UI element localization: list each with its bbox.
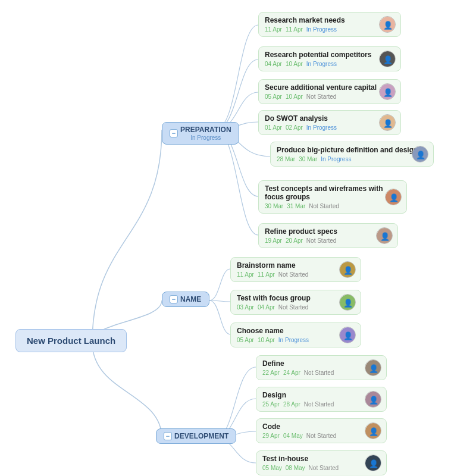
avatar: 👤 bbox=[365, 455, 381, 471]
task-status: In Progress bbox=[306, 26, 337, 33]
task-title: Code bbox=[262, 422, 380, 431]
task-end: 24 Apr bbox=[283, 369, 300, 376]
task-code[interactable]: Code 29 Apr 04 May Not Started 👤 bbox=[256, 418, 387, 443]
task-design[interactable]: Design 25 Apr 28 Apr Not Started 👤 bbox=[256, 387, 387, 412]
task-start: 05 May bbox=[262, 465, 282, 471]
task-title: Secure additional venture capital bbox=[265, 83, 394, 92]
task-title: Brainstorm name bbox=[237, 261, 355, 270]
task-end: 02 Apr bbox=[286, 124, 303, 131]
task-define[interactable]: Define 22 Apr 24 Apr Not Started 👤 bbox=[256, 355, 387, 380]
task-end: 28 Apr bbox=[283, 401, 300, 408]
task-title: Research market needs bbox=[265, 16, 394, 24]
task-status: In Progress bbox=[278, 337, 309, 343]
task-status: Not Started bbox=[278, 271, 309, 278]
task-end: 11 Apr bbox=[286, 26, 303, 33]
task-meta: 05 Apr 10 Apr In Progress bbox=[237, 337, 355, 343]
branch-name[interactable]: − NAME bbox=[162, 292, 209, 307]
task-swot[interactable]: Do SWOT analysis 01 Apr 02 Apr In Progre… bbox=[258, 110, 401, 135]
task-status: Not Started bbox=[309, 465, 339, 471]
avatar: 👤 bbox=[365, 422, 381, 439]
task-title: Define bbox=[262, 359, 380, 368]
task-start: 11 Apr bbox=[265, 26, 282, 33]
task-start: 28 Mar bbox=[277, 156, 295, 162]
task-refine-specs[interactable]: Refine product specs 19 Apr 20 Apr Not S… bbox=[258, 223, 398, 248]
task-meta: 29 Apr 04 May Not Started bbox=[262, 433, 380, 439]
task-status: Not Started bbox=[306, 237, 337, 244]
task-status: Not Started bbox=[278, 304, 309, 311]
task-meta: 04 Apr 10 Apr In Progress bbox=[265, 61, 394, 67]
task-meta: 28 Mar 30 Mar In Progress bbox=[277, 156, 427, 162]
task-start: 03 Apr bbox=[237, 304, 254, 311]
avatar: 👤 bbox=[412, 146, 428, 162]
task-meta: 01 Apr 02 Apr In Progress bbox=[265, 124, 394, 131]
task-title: Research potential competitors bbox=[265, 51, 394, 59]
task-meta: 05 May 08 May Not Started bbox=[262, 465, 380, 471]
branch-preparation-status: In Progress bbox=[180, 134, 231, 141]
task-meta: 11 Apr 11 Apr Not Started bbox=[237, 271, 355, 278]
avatar: 👤 bbox=[339, 294, 356, 311]
task-meta: 22 Apr 24 Apr Not Started bbox=[262, 369, 380, 376]
task-title: Choose name bbox=[237, 327, 355, 335]
task-status: Not Started bbox=[309, 203, 339, 209]
task-end: 10 Apr bbox=[286, 93, 303, 100]
task-research-competitors[interactable]: Research potential competitors 04 Apr 10… bbox=[258, 46, 401, 71]
mindmap-canvas: New Product Launch − PREPARATION In Prog… bbox=[0, 0, 476, 476]
task-status: Not Started bbox=[304, 369, 334, 376]
task-end: 20 Apr bbox=[286, 237, 303, 244]
task-start: 19 Apr bbox=[265, 237, 282, 244]
collapse-development[interactable]: − bbox=[164, 432, 172, 440]
task-wireframes[interactable]: Test concepts and wireframes with focus … bbox=[258, 180, 407, 214]
task-big-picture[interactable]: Produce big-picture definition and desig… bbox=[270, 142, 434, 167]
branch-preparation[interactable]: − PREPARATION In Progress bbox=[162, 122, 239, 145]
task-meta: 05 Apr 10 Apr Not Started bbox=[265, 93, 394, 100]
collapse-preparation[interactable]: − bbox=[170, 129, 178, 137]
task-status: In Progress bbox=[306, 61, 337, 67]
task-start: 29 Apr bbox=[262, 433, 280, 439]
task-research-market[interactable]: Research market needs 11 Apr 11 Apr In P… bbox=[258, 12, 401, 37]
avatar: 👤 bbox=[365, 359, 381, 376]
task-status: In Progress bbox=[306, 124, 337, 131]
branch-development-label: DEVELOPMENT bbox=[174, 432, 228, 440]
task-start: 05 Apr bbox=[237, 337, 254, 343]
task-end: 10 Apr bbox=[258, 337, 275, 343]
branch-name-label: NAME bbox=[180, 295, 201, 303]
task-end: 30 Mar bbox=[299, 156, 317, 162]
avatar: 👤 bbox=[379, 51, 396, 67]
task-start: 04 Apr bbox=[265, 61, 282, 67]
task-end: 10 Apr bbox=[286, 61, 303, 67]
avatar: 👤 bbox=[379, 16, 396, 33]
task-test-inhouse[interactable]: Test in-house 05 May 08 May Not Started … bbox=[256, 450, 387, 475]
task-choose-name[interactable]: Choose name 05 Apr 10 Apr In Progress 👤 bbox=[230, 322, 361, 347]
branch-development[interactable]: − DEVELOPMENT bbox=[156, 428, 236, 444]
task-meta: 19 Apr 20 Apr Not Started bbox=[265, 237, 392, 244]
task-start: 25 Apr bbox=[262, 401, 280, 408]
task-meta: 03 Apr 04 Apr Not Started bbox=[237, 304, 355, 311]
task-end: 04 May bbox=[283, 433, 303, 439]
connector-lines bbox=[0, 0, 476, 476]
branch-preparation-label: PREPARATION bbox=[180, 126, 231, 134]
task-title: Test concepts and wireframes with focus … bbox=[265, 184, 400, 201]
task-start: 30 Mar bbox=[265, 203, 283, 209]
avatar: 👤 bbox=[379, 114, 396, 131]
task-meta: 25 Apr 28 Apr Not Started bbox=[262, 401, 380, 408]
task-test-focus-group[interactable]: Test with focus group 03 Apr 04 Apr Not … bbox=[230, 290, 361, 315]
avatar: 👤 bbox=[339, 261, 356, 278]
avatar: 👤 bbox=[365, 391, 381, 408]
avatar: 👤 bbox=[339, 327, 356, 343]
task-status: In Progress bbox=[321, 156, 351, 162]
task-title: Test with focus group bbox=[237, 294, 355, 302]
task-end: 31 Mar bbox=[287, 203, 305, 209]
root-node: New Product Launch bbox=[15, 329, 127, 352]
task-title: Refine product specs bbox=[265, 227, 392, 236]
task-title: Do SWOT analysis bbox=[265, 114, 394, 123]
task-start: 11 Apr bbox=[237, 271, 254, 278]
task-venture-capital[interactable]: Secure additional venture capital 05 Apr… bbox=[258, 79, 401, 104]
task-end: 08 May bbox=[286, 465, 305, 471]
task-title: Produce big-picture definition and desig… bbox=[277, 146, 427, 154]
task-status: Not Started bbox=[304, 401, 334, 408]
task-start: 01 Apr bbox=[265, 124, 282, 131]
task-brainstorm-name[interactable]: Brainstorm name 11 Apr 11 Apr Not Starte… bbox=[230, 257, 361, 282]
task-start: 22 Apr bbox=[262, 369, 280, 376]
collapse-name[interactable]: − bbox=[170, 295, 178, 303]
task-start: 05 Apr bbox=[265, 93, 282, 100]
